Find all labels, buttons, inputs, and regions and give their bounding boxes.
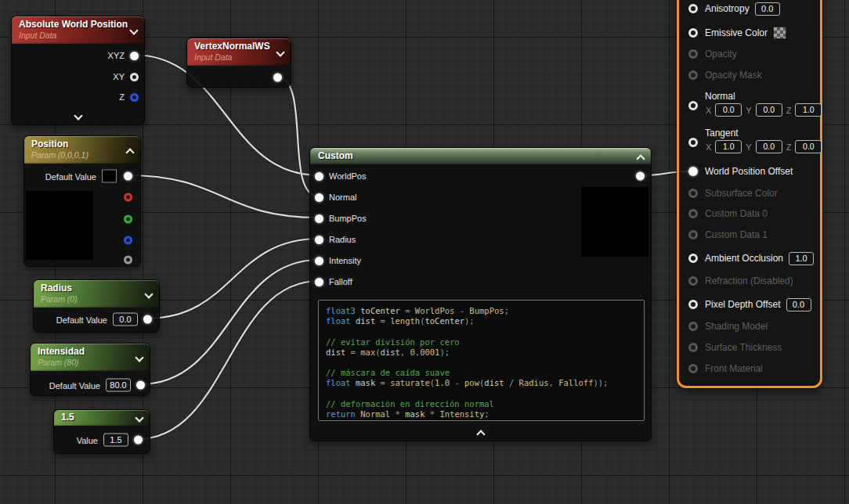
pin-subsurface-color[interactable]	[688, 189, 698, 198]
pin-tangent[interactable]	[688, 138, 698, 147]
chevron-down-icon[interactable]	[276, 49, 284, 56]
node-header[interactable]: VertexNormalWS Input Data	[187, 38, 291, 66]
pin-custom-data-1[interactable]	[688, 230, 698, 239]
pin-radius[interactable]	[315, 236, 323, 244]
pin-rgba[interactable]	[124, 172, 132, 181]
material-input-shading-model[interactable]: Shading Model	[679, 316, 768, 337]
pin-opacity-mask[interactable]	[688, 70, 698, 80]
material-input-pixel-depth-offset[interactable]: Pixel Depth Offset0.0	[679, 294, 811, 315]
normal-x-input[interactable]: 0.0	[715, 103, 742, 117]
tangent-x-input[interactable]: 1.0	[715, 140, 742, 153]
input-pin-row-normal[interactable]: Normal	[315, 193, 356, 202]
output-pin-row[interactable]	[273, 74, 282, 82]
pin-g[interactable]	[124, 215, 132, 224]
pin-output[interactable]	[143, 315, 152, 324]
material-input-tangent[interactable]: TangentX1.0Y0.0Z0.0	[679, 128, 822, 153]
node-position-param[interactable]: Position Param (0,0,0,1) Default Value	[23, 135, 141, 267]
pin-anisotropy[interactable]	[688, 4, 698, 13]
wire-intensity-out-to-custom-intensity[interactable]	[140, 260, 319, 384]
pin-a[interactable]	[124, 256, 132, 265]
wire-const15-out-to-custom-falloff[interactable]	[137, 281, 319, 439]
pixel-depth-offset-input[interactable]: 0.0	[786, 298, 811, 311]
material-input-subsurface-color[interactable]: Subsurface Color	[679, 183, 778, 203]
pin-worldpos[interactable]	[315, 172, 323, 181]
chevron-up-icon[interactable]	[637, 153, 645, 160]
node-vertex-normal-ws[interactable]: VertexNormalWS Input Data	[186, 38, 291, 88]
normal-y-input[interactable]: 0.0	[756, 103, 782, 117]
value-row[interactable]: Value 1.5	[77, 434, 143, 447]
output-pin-row-z[interactable]: Z	[119, 92, 139, 102]
anisotropy-input[interactable]: 0.0	[755, 2, 780, 16]
pin-r[interactable]	[124, 193, 132, 202]
output-pin-row[interactable]	[636, 172, 645, 181]
pin-b-row[interactable]	[124, 236, 132, 245]
pin-shading-model[interactable]	[688, 322, 698, 331]
pin-intensity[interactable]	[315, 257, 323, 265]
wire-position-out-to-custom-bumppos[interactable]	[127, 175, 319, 218]
default-value-input[interactable]: 80.0	[106, 379, 131, 392]
pin-opacity[interactable]	[688, 49, 698, 59]
chevron-down-icon[interactable]	[135, 414, 143, 422]
material-input-world-position-offset[interactable]: World Position Offset	[679, 161, 793, 182]
material-input-emissive-color[interactable]: Emissive Color	[679, 23, 786, 43]
pin-output[interactable]	[636, 172, 645, 181]
pin-normal[interactable]	[688, 101, 698, 110]
color-swatch[interactable]	[102, 170, 117, 183]
node-header[interactable]: Radius Param (0)	[34, 280, 159, 308]
node-custom[interactable]: Custom WorldPosNormalBumpPosRadiusIntens…	[309, 147, 652, 441]
pin-rgba-row[interactable]	[124, 172, 132, 181]
collapse-chevron-icon[interactable]	[477, 428, 485, 436]
pin-refraction-disabled[interactable]	[688, 276, 698, 286]
pin-world-position-offset[interactable]	[688, 167, 698, 176]
input-pin-row-radius[interactable]: Radius	[315, 235, 356, 244]
material-input-anisotropy[interactable]: Anisotropy0.0	[679, 0, 780, 19]
pin-z[interactable]	[130, 93, 139, 102]
input-pin-row-worldpos[interactable]: WorldPos	[315, 171, 366, 181]
pin-output[interactable]	[136, 381, 145, 390]
default-value-input[interactable]: 0.0	[113, 313, 138, 326]
ambient-occlusion-input[interactable]: 1.0	[789, 252, 814, 265]
material-input-opacity-mask[interactable]: Opacity Mask	[679, 65, 762, 85]
output-pin-row-xy[interactable]: XY	[113, 72, 139, 81]
pin-front-material[interactable]	[688, 364, 698, 373]
node-header[interactable]: Custom	[310, 148, 651, 164]
pin-xy[interactable]	[130, 73, 139, 81]
input-pin-row-intensity[interactable]: Intensity	[315, 256, 361, 265]
material-result-node[interactable]: Anisotropy0.0Emissive ColorOpacityOpacit…	[677, 0, 822, 388]
normal-z-input[interactable]: 1.0	[795, 103, 822, 117]
pin-bumppos[interactable]	[315, 214, 323, 223]
pin-ambient-occlusion[interactable]	[688, 254, 698, 263]
material-input-custom-data-0[interactable]: Custom Data 0	[679, 203, 768, 224]
node-constant-1-5[interactable]: 1.5 Value 1.5	[53, 409, 150, 454]
tangent-z-input[interactable]: 0.0	[795, 140, 822, 153]
pin-output[interactable]	[134, 436, 143, 445]
default-value-row[interactable]: Default Value 80.0	[49, 379, 145, 392]
chevron-down-icon[interactable]	[135, 354, 143, 362]
material-input-refraction-disabled[interactable]: Refraction (Disabled)	[679, 271, 793, 291]
material-input-opacity[interactable]: Opacity	[679, 44, 737, 64]
tangent-y-input[interactable]: 0.0	[756, 140, 782, 153]
chevron-up-icon[interactable]	[126, 146, 134, 154]
pin-xyz[interactable]	[130, 52, 139, 60]
pin-r-row[interactable]	[124, 193, 132, 202]
emissive-color-swatch[interactable]	[773, 27, 786, 39]
node-intensity-param[interactable]: Intensidad Param (80) Default Value 80.0	[30, 343, 150, 396]
pin-surface-thickness[interactable]	[688, 343, 698, 352]
material-input-custom-data-1[interactable]: Custom Data 1	[679, 225, 768, 245]
node-header[interactable]: 1.5	[54, 410, 150, 426]
material-graph-canvas[interactable]: Absolute World Position Input Data XYZ X…	[0, 0, 849, 504]
wire-radius-out-to-custom-radius[interactable]	[146, 239, 319, 319]
value-input[interactable]: 1.5	[103, 434, 128, 447]
default-value-row[interactable]: Default Value 0.0	[56, 313, 152, 326]
input-pin-row-falloff[interactable]: Falloff	[315, 277, 352, 286]
chevron-down-icon[interactable]	[145, 290, 153, 298]
pin-a-row[interactable]	[124, 256, 132, 265]
custom-code-editor[interactable]: float3 toCenter = WorldPos - BumpPos;flo…	[318, 300, 645, 421]
pin-falloff[interactable]	[315, 278, 323, 286]
pin-b[interactable]	[124, 236, 132, 245]
pin-emissive-color[interactable]	[688, 28, 698, 38]
pin-custom-data-0[interactable]	[688, 209, 698, 218]
pin-normal[interactable]	[315, 193, 323, 202]
material-input-front-material[interactable]: Front Material	[679, 358, 763, 379]
expand-preview-chevron-icon[interactable]	[74, 112, 82, 120]
